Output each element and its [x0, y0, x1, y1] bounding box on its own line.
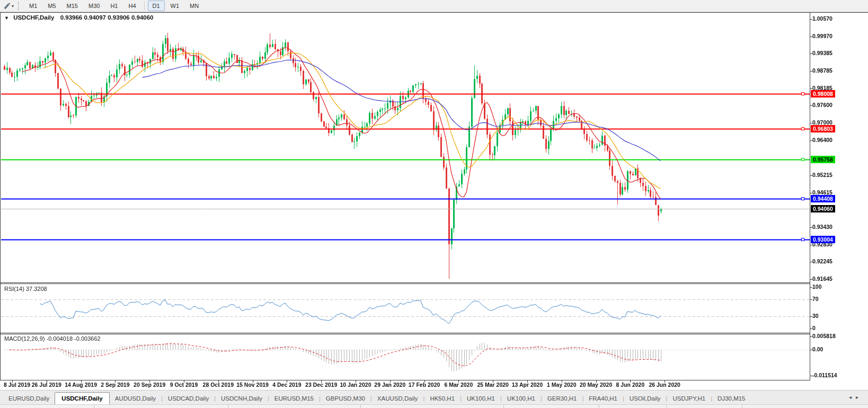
- chart-tab-bar: EURUSD,DailyUSDCHF,DailyAUDUSD,Daily|USD…: [0, 390, 868, 405]
- timeframe-button-d1[interactable]: D1: [148, 1, 165, 11]
- date-axis-label: 26 Jun 2020: [649, 382, 680, 388]
- chart-tab-gbpusd-m30[interactable]: GBPUSD,M30: [321, 393, 370, 405]
- date-axis-label: 20 May 2020: [580, 382, 612, 388]
- chart-tab-usoil-daily[interactable]: USOil,Daily: [624, 393, 666, 405]
- symbol-name: USDCHF,Daily: [13, 14, 54, 21]
- chart-tabs: EURUSD,DailyUSDCHF,DailyAUDUSD,Daily|USD…: [3, 392, 751, 405]
- tab-scroll-arrows: ◂▸: [849, 394, 863, 400]
- status-strip-separator: [599, 405, 599, 408]
- current-price-badge: 0.94060: [811, 205, 835, 212]
- rsi-axis-tick: 30: [812, 313, 819, 320]
- timeframe-toolbar: ▾ M1M5M15M30H1H4D1W1MN: [0, 0, 868, 12]
- chart-tab-dj30-m15[interactable]: DJ30,M15: [712, 393, 750, 405]
- date-axis-label: 13 Apr 2020: [512, 382, 543, 388]
- rsi-indicator-label: RSI(14) 37.3208: [4, 286, 47, 292]
- date-axis-label: 17 Feb 2020: [409, 382, 440, 388]
- toolbar-grip[interactable]: [18, 2, 21, 10]
- chart-tab-usdcnh-daily[interactable]: USDCNH,Daily: [216, 393, 268, 405]
- status-strip-separator: [503, 405, 504, 408]
- chart-canvas[interactable]: [0, 0, 868, 408]
- chart-tab-ger30-h1[interactable]: GER30,H1: [542, 393, 582, 405]
- price-level-badge: 0.95758: [811, 156, 835, 163]
- date-axis-label: 10 Jan 2020: [340, 382, 371, 388]
- status-strip-separator: [228, 405, 228, 408]
- status-strip-separator: [666, 405, 667, 408]
- chart-cursor-icon: [3, 2, 11, 10]
- rsi-axis-tick: 100: [812, 283, 822, 290]
- date-axis-label: 14 Aug 2019: [65, 382, 97, 388]
- price-axis-tick: 0.99385: [812, 50, 832, 57]
- chart-title: ▼ USDCHF,Daily 0.93966 0.94097 0.93906 0…: [4, 14, 154, 21]
- chart-tab-usdchf-daily[interactable]: USDCHF,Daily: [55, 392, 109, 405]
- price-axis-tick: 0.95215: [812, 172, 832, 179]
- price-axis-tick: 0.91645: [812, 276, 832, 282]
- chart-tab-hk50-h1[interactable]: HK50,H1: [424, 393, 460, 405]
- chart-tab-fra40-h1[interactable]: FRA40,H1: [583, 393, 623, 405]
- chart-tab-uk100-h1[interactable]: UK100,H1: [462, 393, 500, 405]
- date-axis-label: 6 Mar 2020: [445, 382, 473, 388]
- symbol-dropdown-icon[interactable]: ▼: [4, 15, 9, 21]
- timeframe-button-mn[interactable]: MN: [185, 1, 203, 11]
- date-axis-label: 8 Jun 2020: [616, 382, 645, 388]
- date-axis-label: 20 Sep 2019: [134, 382, 165, 388]
- chart-tab-xauusd-daily[interactable]: XAUUSD,Daily: [372, 393, 423, 405]
- timeframe-button-m15[interactable]: M15: [62, 1, 83, 11]
- chart-tab-uk100-h1[interactable]: UK100,H1: [502, 393, 541, 405]
- date-axis-label: 25 Mar 2020: [477, 382, 509, 388]
- rsi-axis-tick: 70: [812, 296, 819, 303]
- date-axis-label: 1 May 2020: [547, 382, 576, 388]
- status-strip: [0, 404, 868, 408]
- timeframe-buttons: M1M5M15M30H1H4D1W1MN: [24, 1, 204, 11]
- price-level-badge: 0.94408: [811, 195, 835, 202]
- date-axis-label: 15 Nov 2019: [236, 382, 269, 388]
- tab-scroll-right-icon[interactable]: ▸: [856, 394, 863, 400]
- timeframe-button-h1[interactable]: H1: [105, 1, 122, 11]
- date-axis-label: 2 Sep 2019: [101, 382, 129, 388]
- date-axis-label: 9 Oct 2019: [170, 382, 198, 388]
- rsi-axis-tick: 0: [812, 325, 816, 332]
- macd-axis-tick: 0.005818: [812, 333, 836, 340]
- timeframe-button-w1[interactable]: W1: [166, 1, 184, 11]
- price-level-badge: 0.93004: [811, 236, 835, 243]
- date-axis-label: 4 Dec 2019: [272, 382, 301, 388]
- price-axis-tick: 0.99970: [812, 33, 832, 40]
- price-axis-tick: 0.96400: [812, 137, 832, 144]
- mt4-window: { "toolbar": { "timeframes": ["M1","M5",…: [0, 0, 868, 408]
- timeframe-button-m1[interactable]: M1: [24, 1, 42, 11]
- chart-tab-audusd-daily[interactable]: AUDUSD,Daily: [110, 393, 161, 405]
- toolbar-separator: [144, 2, 145, 10]
- timeframe-button-m5[interactable]: M5: [43, 1, 60, 11]
- date-axis-label: 8 Jul 2019: [4, 382, 30, 388]
- chart-tab-eurusd-m15[interactable]: EURUSD,M15: [269, 393, 319, 405]
- price-level-badge: 0.98008: [811, 90, 835, 97]
- status-strip-separator: [742, 405, 742, 408]
- timeframe-button-h4[interactable]: H4: [123, 1, 140, 11]
- status-strip-separator: [360, 405, 361, 408]
- chart-tab-usdjpy-h1[interactable]: USDJPY,H1: [667, 393, 711, 405]
- price-level-badge: 0.96803: [811, 125, 835, 132]
- date-axis-label: 28 Oct 2019: [203, 382, 234, 388]
- price-axis-tick: 0.98785: [812, 67, 832, 74]
- price-axis-tick: 0.97600: [812, 102, 832, 109]
- macd-axis-tick: -0.011514: [812, 372, 837, 379]
- timeframe-button-m30[interactable]: M30: [84, 1, 104, 11]
- chart-tab-usdcad-daily[interactable]: USDCAD,Daily: [163, 393, 214, 405]
- macd-axis-tick: 0.00: [812, 346, 823, 353]
- price-axis-tick: 0.93430: [812, 224, 832, 230]
- price-axis-tick: 0.92245: [812, 258, 832, 265]
- price-axis-tick: 1.00570: [812, 15, 832, 22]
- date-axis-label: 26 Jul 2019: [32, 382, 61, 388]
- date-axis-label: 29 Jan 2020: [374, 382, 405, 388]
- macd-indicator-label: MACD(12,26,9) -0.004018 -0.003662: [4, 335, 101, 342]
- chart-tool-button[interactable]: ▾: [0, 0, 16, 12]
- tab-scroll-left-icon[interactable]: ◂: [849, 394, 856, 400]
- status-strip-separator: [94, 405, 94, 408]
- ohlc-values: 0.93966 0.94097 0.93906 0.94060: [60, 14, 154, 21]
- chevron-down-icon: ▾: [12, 4, 14, 8]
- chart-tab-eurusd-daily[interactable]: EURUSD,Daily: [3, 393, 55, 405]
- date-axis-label: 23 Dec 2019: [305, 382, 337, 388]
